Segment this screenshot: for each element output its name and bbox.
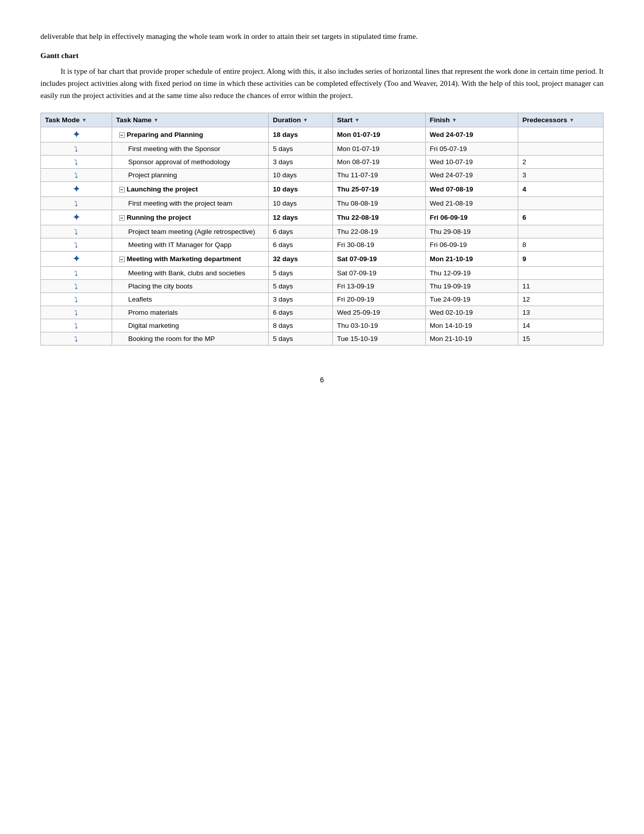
sort-arrow-duration: ▼ — [303, 117, 308, 123]
section-body: It is type of bar chart that provide pro… — [40, 65, 604, 102]
col-header-start[interactable]: Start ▼ — [333, 113, 426, 127]
predecessor-cell: 13 — [518, 306, 604, 319]
task-name-text: Project team meeting (Agile retrospectiv… — [128, 228, 255, 235]
task-name-text: Launching the project — [127, 185, 198, 193]
predecessor-cell: 6 — [518, 210, 604, 225]
finish-cell: Wed 07-08-19 — [425, 182, 518, 197]
task-name-text: Meeting with Bank, clubs and societies — [128, 269, 245, 277]
col-header-finish[interactable]: Finish ▼ — [425, 113, 518, 127]
task-mode-icon-cell: ⤵ — [41, 142, 112, 156]
task-auto-icon: ⤵ — [74, 145, 78, 153]
col-header-task-name[interactable]: Task Name ▼ — [112, 113, 269, 127]
task-name-text: Meeting with Marketing department — [127, 255, 241, 263]
col-header-task-mode[interactable]: Task Mode ▼ — [41, 113, 112, 127]
start-cell: Fri 20-09-19 — [333, 293, 426, 306]
task-name-text: Promo materials — [128, 309, 178, 316]
start-cell: Mon 01-07-19 — [333, 127, 426, 142]
start-cell: Thu 25-07-19 — [333, 182, 426, 197]
collapse-button[interactable]: − — [119, 215, 125, 221]
predecessor-cell: 2 — [518, 156, 604, 169]
predecessor-cell — [518, 225, 604, 238]
task-mode-icon-cell: ⤵ — [41, 197, 112, 210]
finish-cell: Thu 29-08-19 — [425, 225, 518, 238]
task-auto-icon: ⤵ — [74, 335, 78, 343]
col-header-predecessors[interactable]: Predecessors ▼ — [518, 113, 604, 127]
duration-cell: 3 days — [269, 293, 333, 306]
finish-cell: Wed 24-07-19 — [425, 169, 518, 182]
finish-cell: Fri 06-09-19 — [425, 210, 518, 225]
predecessor-cell: 12 — [518, 293, 604, 306]
collapse-button[interactable]: − — [119, 132, 125, 138]
task-auto-icon: ⤵ — [74, 200, 78, 208]
finish-cell: Wed 24-07-19 — [425, 127, 518, 142]
task-mode-icon-cell: ⤵ — [41, 267, 112, 280]
duration-cell: 12 days — [269, 210, 333, 225]
table-row: ⤵Placing the city boots5 daysFri 13-09-1… — [41, 280, 604, 293]
start-cell: Tue 15-10-19 — [333, 332, 426, 346]
task-auto-icon: ⤵ — [74, 158, 78, 166]
finish-cell: Mon 21-10-19 — [425, 332, 518, 346]
summary-pin-icon: ✦ — [73, 129, 80, 140]
task-name-text: Meeting with IT Manager for Qapp — [128, 241, 232, 249]
predecessor-cell — [518, 127, 604, 142]
task-mode-icon-cell: ⤵ — [41, 238, 112, 252]
task-name-cell: −Meeting with Marketing department — [112, 252, 269, 267]
task-name-text: Booking the room for the MP — [128, 335, 215, 342]
start-cell: Sat 07-09-19 — [333, 267, 426, 280]
duration-cell: 10 days — [269, 182, 333, 197]
finish-cell: Wed 02-10-19 — [425, 306, 518, 319]
duration-cell: 6 days — [269, 306, 333, 319]
start-cell: Wed 25-09-19 — [333, 306, 426, 319]
task-name-text: First meeting with the project team — [128, 200, 232, 207]
task-name-cell: Promo materials — [112, 306, 269, 319]
task-name-cell: Project planning — [112, 169, 269, 182]
collapse-button[interactable]: − — [119, 187, 125, 192]
task-name-cell: Placing the city boots — [112, 280, 269, 293]
predecessor-cell — [518, 197, 604, 210]
task-mode-icon-cell: ⤵ — [41, 156, 112, 169]
predecessor-cell: 8 — [518, 238, 604, 252]
task-mode-icon-cell: ✦ — [41, 182, 112, 197]
predecessor-cell: 15 — [518, 332, 604, 346]
task-auto-icon: ⤵ — [74, 241, 78, 249]
task-name-text: Project planning — [128, 171, 177, 179]
task-mode-icon-cell: ⤵ — [41, 280, 112, 293]
collapse-button[interactable]: − — [119, 257, 125, 262]
finish-cell: Fri 05-07-19 — [425, 142, 518, 156]
col-header-duration[interactable]: Duration ▼ — [269, 113, 333, 127]
finish-cell: Thu 12-09-19 — [425, 267, 518, 280]
table-row: ✦−Meeting with Marketing department32 da… — [41, 252, 604, 267]
sort-arrow-start: ▼ — [355, 117, 360, 123]
table-header-row: Task Mode ▼ Task Name ▼ Duration ▼ Start — [41, 113, 604, 127]
predecessor-cell: 14 — [518, 319, 604, 332]
task-name-cell: Meeting with IT Manager for Qapp — [112, 238, 269, 252]
summary-pin-icon: ✦ — [73, 212, 80, 223]
task-name-cell: −Launching the project — [112, 182, 269, 197]
finish-cell: Mon 21-10-19 — [425, 252, 518, 267]
task-name-text: Sponsor approval of methodology — [128, 158, 230, 166]
task-mode-icon-cell: ✦ — [41, 210, 112, 225]
table-row: ✦−Running the project12 daysThu 22-08-19… — [41, 210, 604, 225]
duration-cell: 10 days — [269, 197, 333, 210]
task-mode-icon-cell: ✦ — [41, 127, 112, 142]
task-auto-icon: ⤵ — [74, 282, 78, 290]
duration-cell: 6 days — [269, 225, 333, 238]
start-cell: Mon 01-07-19 — [333, 142, 426, 156]
duration-cell: 32 days — [269, 252, 333, 267]
predecessor-cell: 4 — [518, 182, 604, 197]
finish-cell: Thu 19-09-19 — [425, 280, 518, 293]
task-auto-icon: ⤵ — [74, 228, 78, 236]
duration-cell: 3 days — [269, 156, 333, 169]
predecessor-cell: 9 — [518, 252, 604, 267]
table-row: ⤵Booking the room for the MP5 daysTue 15… — [41, 332, 604, 346]
duration-cell: 6 days — [269, 238, 333, 252]
table-row: ⤵Meeting with Bank, clubs and societies5… — [41, 267, 604, 280]
task-auto-icon: ⤵ — [74, 296, 78, 304]
task-name-text: Digital marketing — [128, 322, 179, 329]
task-name-cell: Project team meeting (Agile retrospectiv… — [112, 225, 269, 238]
section-title: Gantt chart — [40, 52, 604, 60]
task-name-text: Leaflets — [128, 296, 152, 303]
start-cell: Fri 30-08-19 — [333, 238, 426, 252]
duration-cell: 8 days — [269, 319, 333, 332]
table-row: ⤵Sponsor approval of methodology3 daysMo… — [41, 156, 604, 169]
